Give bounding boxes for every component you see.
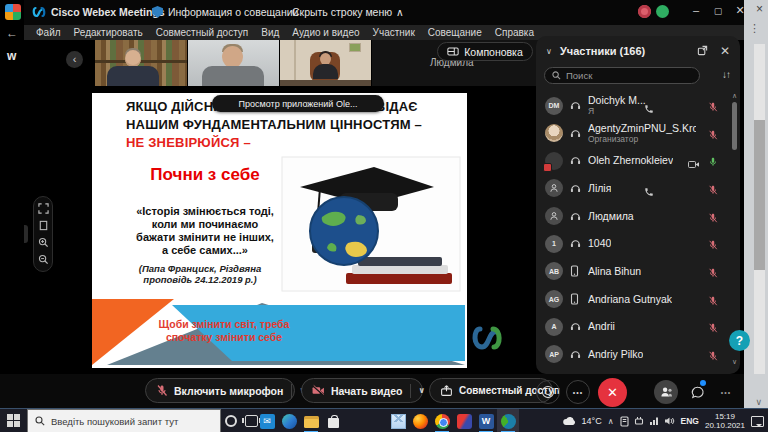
participant-role: Я	[588, 106, 646, 116]
menu-item[interactable]: Аудио и видео	[292, 27, 359, 38]
start-button[interactable]	[7, 414, 20, 427]
sort-icon[interactable]: ↓↑	[722, 69, 730, 80]
mic-muted-icon	[708, 295, 718, 307]
fit-view-icon[interactable]	[38, 203, 49, 214]
participants-toggle-button[interactable]	[654, 380, 678, 404]
taskbar-app-media-app[interactable]	[453, 409, 475, 432]
participant-row[interactable]: AP Andriy Pilko	[536, 341, 732, 368]
background-scrollbar-thumb[interactable]	[754, 120, 765, 270]
share-content-button[interactable]: Совместный доступ	[429, 378, 553, 403]
mobile-icon	[570, 293, 579, 305]
fit-page-icon[interactable]	[38, 220, 49, 231]
zoom-out-icon[interactable]	[38, 254, 49, 265]
leave-x-icon: ✕	[607, 385, 618, 400]
menu-item[interactable]: Справка	[495, 27, 534, 38]
panel-collapse-handle[interactable]	[24, 225, 28, 243]
avatar: AB	[545, 262, 563, 280]
chat-icon	[691, 386, 705, 399]
participant-row[interactable]: DM Doichyk M... Я	[536, 92, 732, 119]
panel-more-button[interactable]: •••	[714, 380, 738, 404]
unmute-button[interactable]: Включить микрофон ∨	[145, 378, 295, 403]
menu-item[interactable]: Совместный доступ	[156, 27, 249, 38]
hidden-icons-chevron[interactable]: ∧	[608, 417, 614, 426]
participant-row[interactable]: Лілія	[536, 175, 732, 202]
participants-search-input[interactable]: Поиск	[544, 67, 700, 84]
chevron-up-icon[interactable]: ∧	[396, 6, 404, 18]
device-icon	[570, 128, 582, 139]
panel-collapse-icon[interactable]: ∨	[546, 47, 552, 56]
volume-icon[interactable]	[664, 416, 675, 426]
chat-notification-dot	[700, 380, 706, 386]
menu-item[interactable]: Редактировать	[74, 27, 143, 38]
edge-icon	[282, 414, 297, 429]
participants-scrollbar[interactable]	[732, 102, 737, 150]
document-icon[interactable]	[620, 416, 629, 427]
hide-menu-button[interactable]: Скрыть строку меню	[292, 6, 392, 18]
scroll-down-icon[interactable]: ∨	[732, 358, 737, 366]
scroll-up-icon[interactable]: ∧	[732, 92, 737, 100]
desktop-app-icon[interactable]	[5, 4, 21, 20]
chat-button[interactable]	[686, 380, 710, 404]
more-options-button[interactable]: •••	[566, 380, 590, 404]
participant-row[interactable]: A Andrii	[536, 313, 732, 340]
participant-row[interactable]: Oleh Zhernokleiev	[536, 147, 732, 174]
language-indicator[interactable]: ENG	[681, 416, 699, 426]
start-video-button[interactable]: Начать видео ∨	[301, 378, 423, 403]
maximize-button[interactable]: ▢	[710, 6, 726, 16]
record-indicator-icon[interactable]	[638, 5, 651, 18]
video-tile-2[interactable]	[188, 40, 279, 86]
taskbar-app-chrome[interactable]	[431, 409, 453, 432]
reactions-button[interactable]	[536, 380, 560, 404]
zoom-in-icon[interactable]	[38, 237, 49, 248]
filmstrip-prev-button[interactable]: ‹	[66, 51, 83, 68]
video-tile-3[interactable]	[280, 40, 371, 86]
video-options-chevron[interactable]: ∨	[410, 384, 425, 398]
avatar: AG	[545, 290, 563, 308]
background-scroll-down-icon[interactable]: ∨	[755, 397, 762, 407]
menu-item[interactable]: Файл	[36, 27, 61, 38]
menu-item[interactable]: Участник	[373, 27, 415, 38]
taskbar-app-store[interactable]	[322, 409, 344, 432]
power-icon[interactable]	[634, 416, 644, 426]
taskbar-app-envelope[interactable]	[387, 409, 409, 432]
participant-row[interactable]: 1 1040	[536, 230, 732, 257]
layout-button[interactable]: Компоновка	[437, 42, 533, 61]
network-icon[interactable]	[649, 416, 659, 426]
taskbar-app-firefox[interactable]	[409, 409, 431, 432]
taskbar-app-mail-app[interactable]: ✉	[256, 409, 278, 432]
envelope-icon	[391, 414, 406, 429]
participant-row[interactable]: AB Alina Bihun	[536, 258, 732, 285]
participant-role: Организатор	[588, 134, 696, 144]
taskbar-search-input[interactable]: Введіть пошуковий запит тут	[27, 409, 221, 432]
taskbar-app-edge[interactable]	[278, 409, 300, 432]
participant-name: Oleh Zhernokleiev	[588, 155, 673, 166]
menu-item[interactable]: Вид	[261, 27, 279, 38]
back-arrow-icon[interactable]: ←	[6, 26, 18, 40]
taskbar-app-word[interactable]: W	[475, 409, 497, 432]
help-button[interactable]: ?	[729, 330, 750, 351]
taskbar-app-file-explorer[interactable]	[300, 409, 322, 432]
cortana-button[interactable]	[225, 415, 237, 427]
app-title: Cisco Webex Meetings	[51, 6, 165, 18]
participant-row[interactable]: AgentyZminPNU_S.Kropeln... Организатор	[536, 120, 732, 147]
slide-quote: «Історія змінюється тоді, коли ми почина…	[100, 205, 310, 257]
device-icon	[570, 293, 582, 305]
leave-meeting-button[interactable]: ✕	[598, 378, 627, 407]
panel-close-icon[interactable]: ✕	[720, 44, 730, 58]
close-button[interactable]: ✕	[732, 4, 748, 17]
background-close-icon[interactable]: ×	[756, 2, 763, 16]
taskbar-app-webex[interactable]	[497, 409, 519, 432]
avatar: 1	[545, 235, 563, 253]
menu-item[interactable]: Совещание	[428, 27, 482, 38]
participant-row[interactable]: Людмила	[536, 203, 732, 230]
meeting-info-button[interactable]: Информация о совещании	[168, 6, 298, 18]
action-center-icon[interactable]	[751, 416, 764, 427]
connection-indicator-icon[interactable]	[656, 5, 669, 18]
temperature-label[interactable]: 14°C	[582, 416, 602, 426]
taskbar-clock[interactable]: 15:19 20.10.2021	[705, 412, 745, 430]
participant-row[interactable]: AG Andriana Gutnyak	[536, 286, 732, 313]
popout-icon[interactable]	[697, 45, 708, 56]
video-tile-1[interactable]	[95, 40, 187, 86]
background-more-icon[interactable]: ⋮	[749, 22, 760, 35]
minimize-button[interactable]: –	[688, 4, 704, 16]
